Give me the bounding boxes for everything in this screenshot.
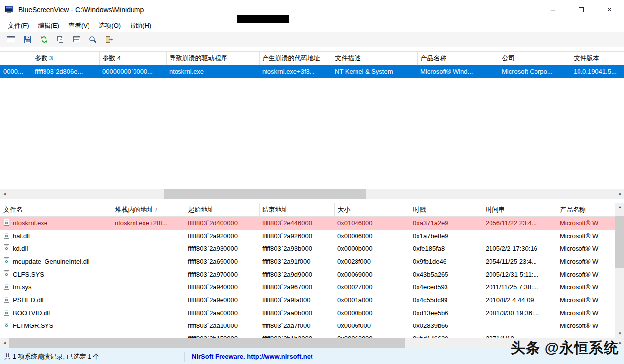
- menu-view[interactable]: 查看(V): [64, 19, 94, 32]
- column-header-company[interactable]: 公司: [499, 52, 571, 65]
- cell: fffff803`2a930000: [185, 243, 259, 255]
- column-header-timestamp[interactable]: 时戳: [410, 203, 483, 217]
- column-header-timestring[interactable]: 时间串: [483, 203, 557, 217]
- menu-help[interactable]: 帮助(H): [125, 19, 156, 32]
- nirsoft-link[interactable]: NirSoft Freeware. http://www.nirsoft.net: [185, 353, 312, 360]
- column-header-crash-address[interactable]: 产生崩溃的代码地址: [259, 52, 332, 65]
- file-name: BOOTVID.dll: [13, 309, 50, 317]
- driver-row[interactable]: tm.sys fffff803`2a940000 fffff803`2a9670…: [0, 281, 615, 294]
- minimize-button[interactable]: –: [539, 0, 567, 19]
- upper-horizontal-scrollbar[interactable]: ◄ ►: [0, 189, 624, 199]
- scroll-up-icon[interactable]: ▲: [615, 203, 624, 211]
- cell: 0x0006f000: [334, 320, 410, 332]
- sort-indicator-icon: /: [156, 207, 157, 213]
- cell: fffff803`2a970000: [185, 268, 259, 281]
- toolbar: [0, 32, 624, 47]
- cell: 0x1a7be8e9: [410, 230, 483, 243]
- driver-row[interactable]: hal.dll fffff803`2a920000 fffff803`2a926…: [0, 230, 615, 243]
- column-header-filename[interactable]: 文件名: [0, 203, 112, 217]
- cell: [112, 268, 185, 281]
- title-bar: BlueScreenView - C:\Windows\Minidump – ×: [0, 0, 624, 19]
- refresh-icon[interactable]: [38, 34, 50, 45]
- scroll-left-icon[interactable]: ◄: [0, 189, 9, 199]
- scroll-left-icon[interactable]: ◄: [0, 338, 9, 348]
- column-header-dumpfile[interactable]: [0, 52, 32, 65]
- cell: fffff803`2b1b3000: [259, 332, 334, 338]
- report-icon[interactable]: [71, 34, 83, 45]
- cell: [112, 294, 185, 307]
- scroll-down-icon[interactable]: ▼: [615, 329, 624, 338]
- column-header-product-name[interactable]: 产品名称: [417, 52, 499, 65]
- cell: 2010/8/2 4:44:09: [483, 294, 557, 307]
- column-header-file-description[interactable]: 文件描述: [332, 52, 417, 65]
- column-header-productname[interactable]: 产品名称: [557, 203, 615, 217]
- cell: 0xfe185fa8: [410, 243, 483, 255]
- close-button[interactable]: ×: [595, 0, 624, 19]
- driver-row[interactable]: kd.dll fffff803`2a930000 fffff803`2a93b0…: [0, 243, 615, 255]
- cell: [483, 320, 557, 332]
- cell: NT Kernel & System: [332, 65, 417, 78]
- cell: PSHED.dll: [0, 294, 112, 307]
- driver-row[interactable]: BOOTVID.dll fffff803`2aa00000 fffff803`2…: [0, 307, 615, 320]
- app-icon: [5, 6, 14, 14]
- lower-vertical-scrollbar[interactable]: ▲ ▼: [615, 203, 624, 338]
- cell: 0x4c55dc99: [410, 294, 483, 307]
- file-name: ntoskrnl.exe: [13, 219, 47, 227]
- driver-row-partial[interactable]: fffff803`2b150000 fffff803`2b1b3000 0x00…: [0, 332, 615, 338]
- cell: 2011/11/25 7:38:...: [483, 281, 557, 294]
- save-icon[interactable]: [22, 34, 34, 45]
- column-header-to-address[interactable]: 结束地址: [259, 203, 334, 217]
- column-header-file-version[interactable]: 文件版本: [571, 52, 624, 65]
- column-header-param3[interactable]: 参数 3: [32, 52, 99, 65]
- driver-row[interactable]: PSHED.dll fffff803`2a9e0000 fffff803`2a9…: [0, 294, 615, 307]
- maximize-button[interactable]: [567, 0, 595, 19]
- crash-row-selected[interactable]: 0000... fffff803`2d806e... 00000000`0000…: [0, 65, 624, 78]
- cell: 0x0001a000: [334, 294, 410, 307]
- column-header-param4[interactable]: 参数 4: [99, 52, 166, 65]
- cell: ntoskrnl.exe: [0, 217, 112, 230]
- menu-edit[interactable]: 编辑(E): [34, 19, 64, 32]
- driver-row[interactable]: FLTMGR.SYS fffff803`2aa10000 fffff803`2a…: [0, 320, 615, 332]
- cell: fffff803`2a967000: [259, 281, 334, 294]
- cell: 0000...: [0, 65, 32, 78]
- exit-icon[interactable]: [103, 34, 115, 45]
- driver-file-icon: [3, 309, 10, 317]
- driver-file-icon: [3, 244, 10, 253]
- driver-file-icon: [3, 296, 10, 304]
- cell: Microsoft® W: [557, 243, 615, 255]
- cell: [0, 332, 112, 338]
- driver-row-highlighted[interactable]: ntoskrnl.exe ntoskrnl.exe+28f... fffff80…: [0, 217, 615, 230]
- find-icon[interactable]: [87, 34, 99, 45]
- scroll-right-icon[interactable]: ►: [616, 189, 624, 199]
- column-header-from-address[interactable]: 起始地址: [185, 203, 259, 217]
- cell: fffff803`2e446000: [259, 217, 334, 230]
- lower-hscroll-thumb[interactable]: [9, 338, 405, 348]
- file-name: CLFS.SYS: [13, 271, 44, 278]
- cell: [112, 307, 185, 320]
- copy-icon[interactable]: [54, 34, 66, 45]
- file-name: tm.sys: [13, 283, 32, 291]
- cell: tm.sys: [0, 281, 112, 294]
- menu-options[interactable]: 选项(O): [94, 19, 125, 32]
- menu-file[interactable]: 文件(F): [3, 19, 34, 32]
- cell: kd.dll: [0, 243, 112, 255]
- cell: 0x00006000: [334, 230, 410, 243]
- driver-file-icon: [3, 257, 10, 266]
- cell: fffff803`2d806e...: [32, 65, 99, 78]
- cell: Microsoft® W: [557, 320, 615, 332]
- cell: 0x00063000: [334, 332, 410, 338]
- cell: BOOTVID.dll: [0, 307, 112, 320]
- cell: [483, 230, 557, 243]
- driver-row[interactable]: CLFS.SYS fffff803`2a970000 fffff803`2a9d…: [0, 268, 615, 281]
- cell: fffff803`2aa0b000: [259, 307, 334, 320]
- driver-row[interactable]: mcupdate_GenuineIntel.dll fffff803`2a690…: [0, 255, 615, 268]
- cell: hal.dll: [0, 230, 112, 243]
- upper-hscroll-thumb[interactable]: [164, 189, 366, 199]
- column-header-address-in-stack[interactable]: 堆栈内的地址/: [112, 203, 185, 217]
- column-header-caused-by-driver[interactable]: 导致崩溃的驱动程序: [166, 52, 259, 65]
- vscroll-thumb[interactable]: [615, 216, 624, 268]
- window-properties-icon[interactable]: [5, 34, 17, 45]
- column-header-size[interactable]: 大小: [334, 203, 410, 217]
- crash-list-header: 参数 3 参数 4 导致崩溃的驱动程序 产生崩溃的代码地址 文件描述 产品名称 …: [0, 52, 624, 65]
- cell: 2105/2/2 17:30:16: [483, 243, 557, 255]
